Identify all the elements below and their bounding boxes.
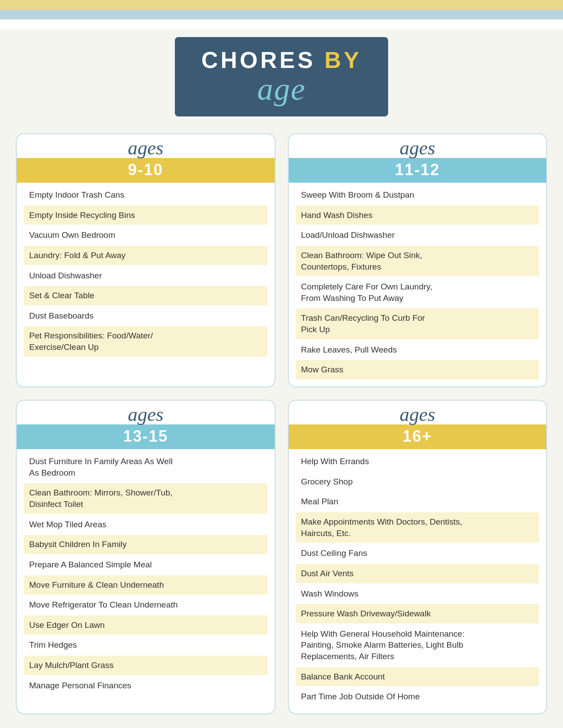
chore-item: Prepare A Balanced Simple Meal xyxy=(24,555,268,574)
title-chores: CHORES BY xyxy=(201,47,362,73)
chore-item: Vacuum Own Bedroom xyxy=(24,225,268,245)
chore-list-ages-9-10: Empty Indoor Trash CansEmpty Inside Recy… xyxy=(17,183,275,357)
chore-item: Set & Clear Table xyxy=(24,286,268,305)
chore-item: Hand Wash Dishes xyxy=(296,206,540,225)
title-area: CHORES BY age xyxy=(175,29,388,121)
card-ages-11-12: ages11-12Sweep With Broom & DustpanHand … xyxy=(288,133,548,387)
chore-item: Empty Indoor Trash Cans xyxy=(24,185,268,205)
card-ages-16-plus: ages16+Help With ErrandsGrocery ShopMeal… xyxy=(288,400,548,714)
chore-item: Move Refrigerator To Clean Underneath xyxy=(24,595,268,615)
stripe-yellow xyxy=(0,0,563,10)
chore-item: Grocery Shop xyxy=(296,472,540,492)
chore-item: Pet Responsibilities: Food/Water/ Exerci… xyxy=(24,326,268,356)
card-header-ages-11-12: ages11-12 xyxy=(289,134,547,183)
chore-item: Trim Hedges xyxy=(24,635,268,655)
chore-item: Dust Furniture In Family Areas As Well A… xyxy=(24,452,268,482)
card-ages-9-10: ages9-10Empty Indoor Trash CansEmpty Ins… xyxy=(16,133,276,387)
chore-list-ages-16-plus: Help With ErrandsGrocery ShopMeal PlanMa… xyxy=(289,449,547,706)
chore-item: Clean Bathroom: Mirrors, Shower/Tub, Dis… xyxy=(24,483,268,514)
chore-item: Wet Mop Tiled Areas xyxy=(24,515,268,534)
chore-item: Wash Windows xyxy=(296,584,540,604)
chore-item: Trash Can/Recycling To Curb For Pick Up xyxy=(296,308,540,339)
ages-label-ages-16-plus: ages xyxy=(289,401,547,424)
chore-list-ages-13-15: Dust Furniture In Family Areas As Well A… xyxy=(17,449,275,695)
ages-label-ages-11-12: ages xyxy=(289,134,547,158)
chore-item: Use Edger On Lawn xyxy=(24,615,268,635)
age-range-ages-9-10: 9-10 xyxy=(17,158,275,183)
chore-item: Balance Bank Account xyxy=(296,667,540,687)
chore-item: Rake Leaves, Pull Weeds xyxy=(296,340,540,360)
chore-item: Sweep With Broom & Dustpan xyxy=(296,185,540,205)
stripe-white xyxy=(0,19,563,29)
chore-item: Lay Mulch/Plant Grass xyxy=(24,656,268,675)
chore-list-ages-11-12: Sweep With Broom & DustpanHand Wash Dish… xyxy=(289,183,547,379)
ages-label-ages-9-10: ages xyxy=(17,134,275,158)
main-grid: ages9-10Empty Indoor Trash CansEmpty Ins… xyxy=(0,125,563,725)
header-stripes xyxy=(0,0,563,29)
age-text: age xyxy=(201,73,362,105)
chore-item: Help With Errands xyxy=(296,452,540,471)
card-header-ages-13-15: ages13-15 xyxy=(17,401,275,449)
chore-item: Load/Unload Dishwasher xyxy=(296,225,540,245)
chore-item: Laundry: Fold & Put Away xyxy=(24,246,268,265)
chore-item: Make Appointments With Doctors, Dentists… xyxy=(296,512,540,543)
by-text: BY xyxy=(325,47,362,73)
card-ages-13-15: ages13-15Dust Furniture In Family Areas … xyxy=(16,400,276,714)
chore-item: Unload Dishwasher xyxy=(24,266,268,285)
chore-item: Dust Baseboards xyxy=(24,306,268,326)
chore-item: Manage Personal Finances xyxy=(24,676,268,695)
chore-item: Dust Ceiling Fans xyxy=(296,544,540,563)
chore-item: Help With General Household Maintenance:… xyxy=(296,624,540,666)
chore-item: Empty Inside Recycling Bins xyxy=(24,206,268,225)
ages-label-ages-13-15: ages xyxy=(17,401,275,424)
chore-item: Part Time Job Outside Of Home xyxy=(296,687,540,706)
chore-item: Dust Air Vents xyxy=(296,564,540,583)
age-range-ages-13-15: 13-15 xyxy=(17,424,275,449)
age-range-ages-16-plus: 16+ xyxy=(289,424,547,449)
chore-item: Move Furniture & Clean Underneath xyxy=(24,575,268,595)
chore-item: Clean Bathroom: Wipe Out Sink, Counterto… xyxy=(296,246,540,276)
card-header-ages-9-10: ages9-10 xyxy=(17,134,275,183)
chore-item: Mow Grass xyxy=(296,360,540,379)
title-block: CHORES BY age xyxy=(175,37,388,116)
chore-item: Babysit Children In Family xyxy=(24,535,268,554)
stripe-blue xyxy=(0,10,563,19)
age-range-ages-11-12: 11-12 xyxy=(289,158,547,183)
card-header-ages-16-plus: ages16+ xyxy=(289,401,547,449)
footer: SUNSHINEandHURRICANES.com xyxy=(0,725,563,728)
chore-item: Meal Plan xyxy=(296,492,540,511)
chore-item: Pressure Wash Driveway/Sidewalk xyxy=(296,604,540,623)
chores-text: CHORES xyxy=(201,47,315,73)
chore-item: Completely Care For Own Laundry, From Wa… xyxy=(296,277,540,308)
